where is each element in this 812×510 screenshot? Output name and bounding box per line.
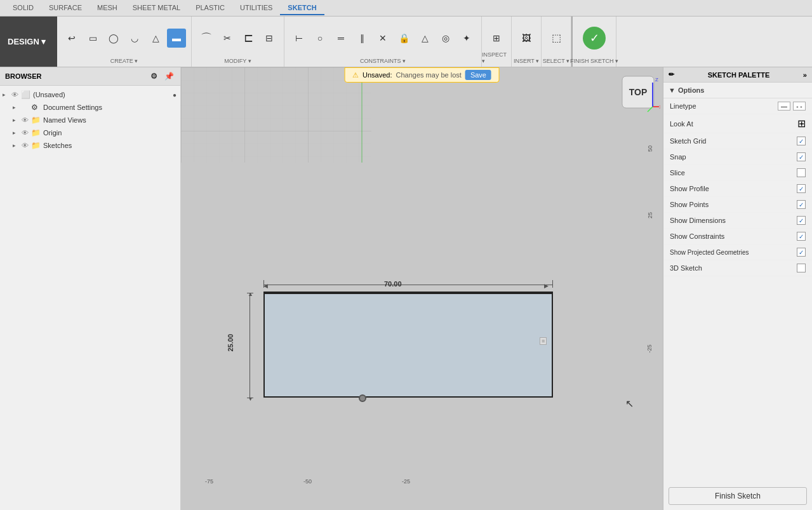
palette-row-slice: Slice (663, 165, 812, 181)
dim-label-70: 70.00 (384, 280, 402, 288)
tab-surface[interactable]: SURFACE (41, 1, 90, 15)
create-label: CREATE ▾ (110, 58, 138, 64)
visibility-icon[interactable]: 👁 (11, 91, 18, 98)
constraint-h-icon[interactable]: ⊢ (290, 29, 309, 48)
linetype-dashed-icon[interactable]: - - (793, 102, 806, 111)
origin-point (359, 394, 366, 402)
browser-settings-icon[interactable]: ⚙ (147, 70, 160, 83)
arrow-icon: ▸ (13, 104, 22, 111)
inspect-icon[interactable]: ⊞ (487, 29, 506, 48)
axis-label-neg25-bottom: -25 (402, 478, 410, 485)
dim-arrow-left: ◀ (263, 283, 268, 289)
tab-utilities[interactable]: UTILITIES (232, 1, 280, 15)
axis-label-25-v: 25 (647, 212, 653, 218)
fillet-icon[interactable]: ⌒ (197, 29, 216, 48)
finish-sketch-toolbar-label[interactable]: FINISH SKETCH ▾ (570, 58, 618, 64)
look-at-icon[interactable]: ⊞ (797, 117, 806, 130)
slice-checkbox[interactable] (797, 168, 806, 177)
constraint-lock-icon[interactable]: 🔒 (394, 29, 413, 48)
show-points-checkbox[interactable]: ✓ (797, 200, 806, 209)
sketch-rect-main[interactable] (263, 293, 553, 398)
tree-item-unsaved[interactable]: ▸ 👁 ⬜ (Unsaved) ● (0, 88, 180, 101)
constraint-circ2-icon[interactable]: ◎ (436, 29, 455, 48)
tab-mesh[interactable]: MESH (90, 1, 125, 15)
select-icon[interactable]: ⬚ (547, 29, 566, 48)
tab-bar: SOLID SURFACE MESH SHEET METAL PLASTIC U… (0, 0, 812, 17)
unsaved-sub-text: Changes may be lost (396, 71, 462, 79)
snap-checkbox[interactable]: ✓ (797, 152, 806, 161)
sketch-grid-checkbox[interactable]: ✓ (797, 137, 806, 145)
tab-sketch[interactable]: SKETCH (280, 1, 324, 15)
design-brand[interactable]: DESIGN ▾ (0, 17, 57, 67)
palette-expand-icon[interactable]: » (803, 71, 807, 79)
finish-sketch-icon[interactable]: ✓ (583, 27, 606, 50)
palette-header: ✏ SKETCH PALETTE » (663, 67, 812, 83)
constraint-tri-icon[interactable]: △ (415, 29, 434, 48)
palette-row-linetype: Linetype — - - (663, 98, 812, 114)
show-dimensions-checkbox[interactable]: ✓ (797, 216, 806, 225)
arrow-icon: ▸ (13, 117, 22, 123)
constraint-c-icon[interactable]: ○ (310, 29, 329, 48)
trim-icon[interactable]: ✂ (218, 29, 237, 48)
insert-label: INSERT ▾ (514, 58, 539, 64)
circle-icon[interactable]: ◯ (104, 29, 123, 48)
constraint-par-icon[interactable]: ∥ (352, 29, 371, 48)
3d-sketch-checkbox[interactable] (797, 264, 806, 272)
toolbar: DESIGN ▾ ↩ ▭ ◯ ◡ △ ▬ CREATE ▾ ⌒ ✂ ⊏ ⊟ MO… (0, 17, 812, 67)
linetype-solid-icon[interactable]: — (778, 102, 790, 111)
palette-row-show-points: Show Points ✓ (663, 197, 812, 213)
dim-arrow-down: ▼ (248, 396, 253, 402)
palette-row-show-constraints: Show Constraints ✓ (663, 229, 812, 245)
constraint-x-icon[interactable]: ✕ (373, 29, 392, 48)
axis-label-neg75: -75 (205, 478, 213, 485)
show-constraints-checkbox[interactable]: ✓ (797, 232, 806, 241)
canvas-area[interactable]: ⚠ Unsaved: Changes may be lost Save TOP … (181, 67, 663, 510)
mirror-icon[interactable]: ⊟ (260, 29, 279, 48)
show-projected-checkbox[interactable]: ✓ (797, 248, 806, 257)
tab-plastic[interactable]: PLASTIC (188, 1, 232, 15)
tree-item-doc-settings[interactable]: ▸ 👁 ⚙ Document Settings (0, 101, 180, 114)
palette-icon: ✏ (669, 70, 674, 79)
constraint-cross-icon[interactable]: ✦ (457, 29, 476, 48)
browser-title: BROWSER (5, 72, 41, 80)
show-profile-checkbox[interactable]: ✓ (797, 184, 806, 193)
palette-options-title: ▼ Options (663, 83, 812, 98)
rectangle-icon[interactable]: ▭ (83, 29, 102, 48)
view-cube[interactable]: TOP X Z (616, 70, 660, 114)
svg-rect-1 (181, 67, 371, 163)
tree-item-named-views[interactable]: ▸ 👁 📁 Named Views (0, 114, 180, 126)
palette-row-sketch-grid: Sketch Grid ✓ (663, 133, 812, 149)
insert-section: 🖼 INSERT ▾ (512, 17, 542, 67)
dim-arrow-right: ▶ (544, 283, 549, 289)
arrow-icon: ▸ (13, 130, 22, 136)
visibility-icon[interactable]: 👁 (22, 142, 29, 149)
show-constraints-label: Show Constraints (670, 232, 724, 240)
folder-icon: 📁 (31, 141, 41, 150)
constraint-eq-icon[interactable]: ═ (331, 29, 350, 48)
offset-icon[interactable]: ⊏ (239, 29, 258, 48)
rect-filled-icon[interactable]: ▬ (167, 29, 186, 48)
tree-item-label: (Unsaved) (33, 91, 173, 98)
gear-icon: ⚙ (31, 103, 41, 112)
arc-icon[interactable]: ◡ (125, 29, 144, 48)
palette-title: SKETCH PALETTE (708, 71, 770, 79)
undo-icon[interactable]: ↩ (62, 29, 81, 48)
insert-image-icon[interactable]: 🖼 (517, 29, 536, 48)
tree-item-origin[interactable]: ▸ 👁 📁 Origin (0, 126, 180, 139)
dim-tick-top (247, 293, 253, 293)
triangle-icon[interactable]: △ (146, 29, 165, 48)
tab-sheet-metal[interactable]: SHEET METAL (125, 1, 188, 15)
browser-pin-icon[interactable]: 📌 (163, 70, 175, 83)
save-button[interactable]: Save (465, 70, 491, 80)
tree-item-sketches[interactable]: ▸ 👁 📁 Sketches (0, 139, 180, 152)
modify-section: ⌒ ✂ ⊏ ⊟ MODIFY ▾ (192, 17, 284, 67)
tab-solid[interactable]: SOLID (5, 1, 41, 15)
finish-sketch-button[interactable]: Finish Sketch (669, 487, 807, 505)
visibility-icon[interactable]: 👁 (22, 129, 29, 137)
component-icon: ⬜ (21, 90, 31, 99)
collapse-arrow-icon[interactable]: ▼ (669, 86, 676, 94)
constraints-label: CONSTRAINTS ▾ (360, 58, 406, 64)
palette-row-snap: Snap ✓ (663, 149, 812, 165)
visibility-icon[interactable]: 👁 (22, 116, 29, 124)
palette-row-look-at: Look At ⊞ (663, 114, 812, 133)
